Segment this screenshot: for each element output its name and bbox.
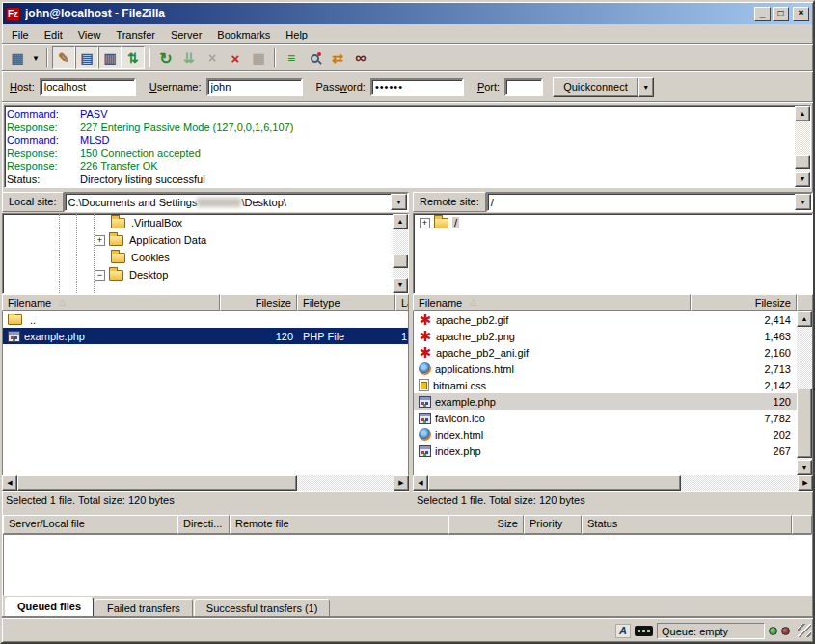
- remote-status-text: Selected 1 file. Total size: 120 bytes: [413, 491, 813, 509]
- file-row[interactable]: applications.html 2,713: [414, 361, 812, 377]
- collapse-icon[interactable]: −: [95, 270, 105, 281]
- log-scrollbar[interactable]: ▲ ▼: [795, 106, 810, 187]
- title-bar[interactable]: Fz john@localhost - FileZilla _ □ ×: [3, 3, 812, 24]
- toggle-queue-icon[interactable]: ⇅: [122, 46, 145, 69]
- site-manager-dropdown-icon[interactable]: ▼: [29, 46, 42, 69]
- file-row[interactable]: index.php 267: [414, 443, 812, 459]
- file-row[interactable]: ✱apache_pb2_ani.gif 2,160: [414, 344, 812, 361]
- local-hscrollbar[interactable]: ◀ ▶: [2, 475, 409, 491]
- tab-successful-transfers[interactable]: Successful transfers (1): [194, 599, 331, 618]
- folder-icon: [109, 270, 123, 281]
- process-queue-icon[interactable]: ⇊: [177, 46, 201, 69]
- menu-view[interactable]: View: [70, 27, 109, 42]
- minimize-button[interactable]: _: [754, 7, 771, 21]
- scroll-down-icon[interactable]: ▼: [393, 278, 408, 293]
- maximize-button[interactable]: □: [773, 7, 789, 21]
- menu-edit[interactable]: Edit: [37, 27, 70, 42]
- column-direction[interactable]: Directi...: [177, 515, 230, 534]
- column-remote-file[interactable]: Remote file: [230, 515, 448, 534]
- local-tree-scrollbar[interactable]: ▲ ▼: [393, 214, 408, 293]
- file-row[interactable]: ✱apache_pb2.gif 2,414: [414, 311, 812, 328]
- resize-grip[interactable]: [798, 624, 811, 637]
- tree-item[interactable]: − Desktop: [3, 266, 408, 283]
- column-filename[interactable]: Filename△: [413, 294, 691, 311]
- column-server-local-file[interactable]: Server/Local file: [3, 515, 177, 534]
- tree-item[interactable]: Cookies: [3, 249, 408, 266]
- toggle-remote-tree-icon[interactable]: ▥: [98, 46, 122, 69]
- column-filename[interactable]: Filename△: [2, 294, 220, 311]
- tree-item[interactable]: + /: [414, 214, 812, 231]
- file-row-selected[interactable]: example.php 120: [414, 393, 812, 410]
- column-filetype[interactable]: Filetype: [297, 294, 395, 311]
- scroll-up-icon[interactable]: ▲: [393, 214, 408, 229]
- scroll-left-icon[interactable]: ◀: [2, 475, 17, 491]
- local-tree-scroll-thumb[interactable]: [393, 255, 408, 268]
- file-row[interactable]: ..: [3, 311, 408, 328]
- file-row[interactable]: ✱apache_pb2.png 1,463: [414, 328, 812, 344]
- disconnect-icon[interactable]: ×: [224, 46, 247, 69]
- remote-list-scrollbar[interactable]: ▲ ▼: [797, 311, 812, 475]
- toolbar-separator: [274, 48, 276, 67]
- scroll-down-icon[interactable]: ▼: [797, 460, 812, 475]
- local-path-dropdown-icon[interactable]: ▼: [391, 194, 407, 210]
- menu-transfer[interactable]: Transfer: [108, 27, 163, 42]
- remote-scroll-thumb[interactable]: [797, 389, 812, 458]
- password-input[interactable]: [370, 78, 464, 96]
- compare-icon[interactable]: [303, 46, 326, 69]
- close-button[interactable]: ×: [793, 7, 809, 21]
- toggle-log-icon[interactable]: ✎: [52, 46, 75, 69]
- column-filesize[interactable]: Filesize: [691, 294, 797, 311]
- queue-list[interactable]: [3, 534, 812, 596]
- local-hscroll-thumb[interactable]: [17, 475, 297, 491]
- column-size[interactable]: Size: [448, 515, 524, 534]
- local-path-combobox[interactable]: C:\Documents and Settings\Desktop\ ▼: [64, 192, 409, 212]
- file-row[interactable]: index.html 202: [414, 426, 812, 443]
- quickconnect-button[interactable]: Quickconnect: [553, 77, 638, 97]
- file-row[interactable]: favicon.ico 7,782: [414, 410, 812, 426]
- refresh-icon[interactable]: ↻: [154, 46, 177, 69]
- scroll-up-icon[interactable]: ▲: [795, 106, 810, 121]
- remote-tree[interactable]: + /: [413, 213, 813, 294]
- log-scroll-thumb[interactable]: [795, 155, 810, 169]
- toggle-local-tree-icon[interactable]: ▤: [75, 46, 98, 69]
- remote-path-dropdown-icon[interactable]: ▼: [795, 194, 811, 210]
- scroll-left-icon[interactable]: ◀: [413, 475, 428, 491]
- filter-icon[interactable]: ≡: [280, 46, 303, 69]
- sync-browsing-icon[interactable]: ⇄: [326, 46, 349, 69]
- scroll-right-icon[interactable]: ▶: [798, 475, 813, 491]
- column-priority[interactable]: Priority: [524, 515, 582, 534]
- find-files-icon[interactable]: ∞: [349, 46, 372, 69]
- file-row[interactable]: bitnami.css 2,142: [414, 377, 812, 393]
- tab-queued-files[interactable]: Queued files: [5, 597, 94, 618]
- tab-failed-transfers[interactable]: Failed transfers: [95, 599, 193, 618]
- tree-item[interactable]: .VirtualBox: [3, 214, 408, 231]
- scroll-down-icon[interactable]: ▼: [795, 172, 810, 187]
- menu-help[interactable]: Help: [278, 27, 315, 42]
- host-input[interactable]: [40, 78, 136, 96]
- username-input[interactable]: [206, 78, 303, 96]
- scroll-right-icon[interactable]: ▶: [394, 475, 409, 491]
- column-status[interactable]: Status: [582, 515, 792, 534]
- remote-file-list[interactable]: ✱apache_pb2.gif 2,414 ✱apache_pb2.png 1,…: [413, 311, 813, 475]
- local-tree[interactable]: .VirtualBox + Application Data Cookies −…: [2, 213, 409, 294]
- column-last-modified[interactable]: Last modified: [395, 294, 409, 311]
- column-filesize[interactable]: Filesize: [220, 294, 297, 311]
- quickconnect-dropdown-icon[interactable]: ▼: [638, 77, 654, 97]
- remote-path-combobox[interactable]: / ▼: [486, 192, 813, 212]
- file-row-selected[interactable]: example.php 120 PHP File 1: [3, 328, 408, 344]
- message-log[interactable]: Command:PASV Response:227 Entering Passi…: [4, 105, 811, 188]
- column-spacer: [797, 294, 813, 311]
- port-input[interactable]: [504, 78, 543, 96]
- remote-site-row: Remote site: / ▼: [413, 192, 813, 212]
- remote-hscrollbar[interactable]: ◀ ▶: [413, 475, 813, 491]
- menu-bookmarks[interactable]: Bookmarks: [209, 27, 278, 42]
- menu-server[interactable]: Server: [163, 27, 209, 42]
- site-manager-icon[interactable]: ▦: [6, 46, 29, 69]
- expand-icon[interactable]: +: [95, 235, 105, 246]
- local-file-list[interactable]: .. example.php 120 PHP File 1: [2, 311, 409, 475]
- remote-hscroll-thumb[interactable]: [428, 475, 681, 491]
- scroll-up-icon[interactable]: ▲: [797, 311, 812, 327]
- expand-icon[interactable]: +: [420, 218, 430, 228]
- menu-file[interactable]: File: [4, 27, 37, 42]
- tree-item[interactable]: + Application Data: [3, 231, 408, 249]
